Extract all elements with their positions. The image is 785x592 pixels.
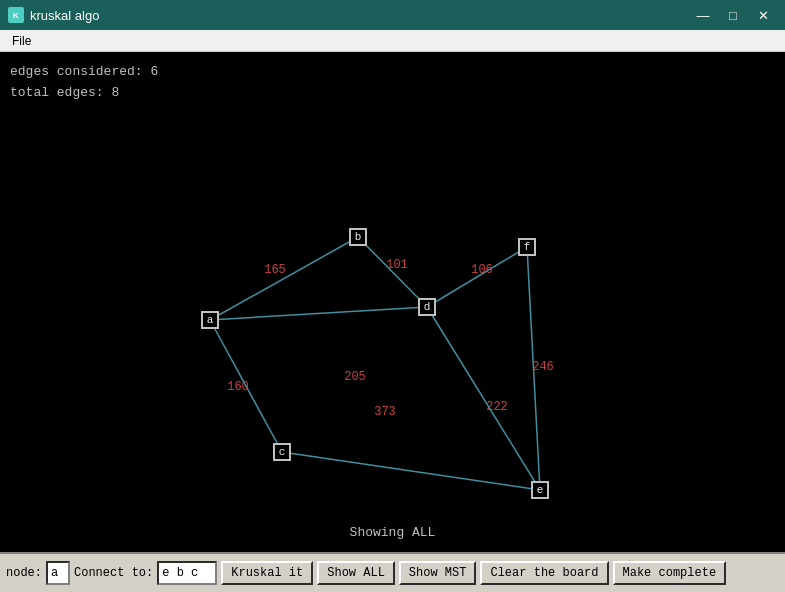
svg-line-4 xyxy=(210,307,427,320)
close-button[interactable]: ✕ xyxy=(749,5,777,25)
clear-board-button[interactable]: Clear the board xyxy=(480,561,608,585)
maximize-button[interactable]: □ xyxy=(719,5,747,25)
edge-label-df: 106 xyxy=(471,263,493,277)
node-label: node: xyxy=(6,566,42,580)
minimize-button[interactable]: — xyxy=(689,5,717,25)
svg-line-1 xyxy=(358,237,427,307)
node-c[interactable]: c xyxy=(273,443,291,461)
graph-edges xyxy=(0,52,785,552)
node-input[interactable] xyxy=(46,561,70,585)
svg-line-2 xyxy=(427,247,527,307)
edge-label-fe: 246 xyxy=(532,360,554,374)
svg-line-6 xyxy=(427,307,540,490)
svg-line-0 xyxy=(210,237,358,320)
app-title: kruskal algo xyxy=(30,8,99,23)
bottom-bar: node: Connect to: Kruskal it Show ALL Sh… xyxy=(0,552,785,592)
title-bar-controls: — □ ✕ xyxy=(689,5,777,25)
showing-label: Showing ALL xyxy=(350,525,436,540)
title-bar-left: K kruskal algo xyxy=(8,7,99,23)
main-canvas[interactable]: edges considered: 6 total edges: 8 165 1… xyxy=(0,52,785,552)
make-complete-button[interactable]: Make complete xyxy=(613,561,727,585)
edge-label-ac: 160 xyxy=(227,380,249,394)
edge-label-ad: 205 xyxy=(344,370,366,384)
node-b[interactable]: b xyxy=(349,228,367,246)
menu-bar: File xyxy=(0,30,785,52)
kruskal-button[interactable]: Kruskal it xyxy=(221,561,313,585)
node-e[interactable]: e xyxy=(531,481,549,499)
edge-label-ab: 165 xyxy=(264,263,286,277)
edge-label-bd: 101 xyxy=(386,258,408,272)
menu-file[interactable]: File xyxy=(4,32,39,50)
title-bar: K kruskal algo — □ ✕ xyxy=(0,0,785,30)
node-d[interactable]: d xyxy=(418,298,436,316)
show-all-button[interactable]: Show ALL xyxy=(317,561,395,585)
node-f[interactable]: f xyxy=(518,238,536,256)
svg-line-5 xyxy=(282,452,540,490)
show-mst-button[interactable]: Show MST xyxy=(399,561,477,585)
node-a[interactable]: a xyxy=(201,311,219,329)
app-icon: K xyxy=(8,7,24,23)
connect-to-label: Connect to: xyxy=(74,566,153,580)
edge-label-de: 222 xyxy=(486,400,508,414)
connect-input[interactable] xyxy=(157,561,217,585)
edge-label-ce: 373 xyxy=(374,405,396,419)
